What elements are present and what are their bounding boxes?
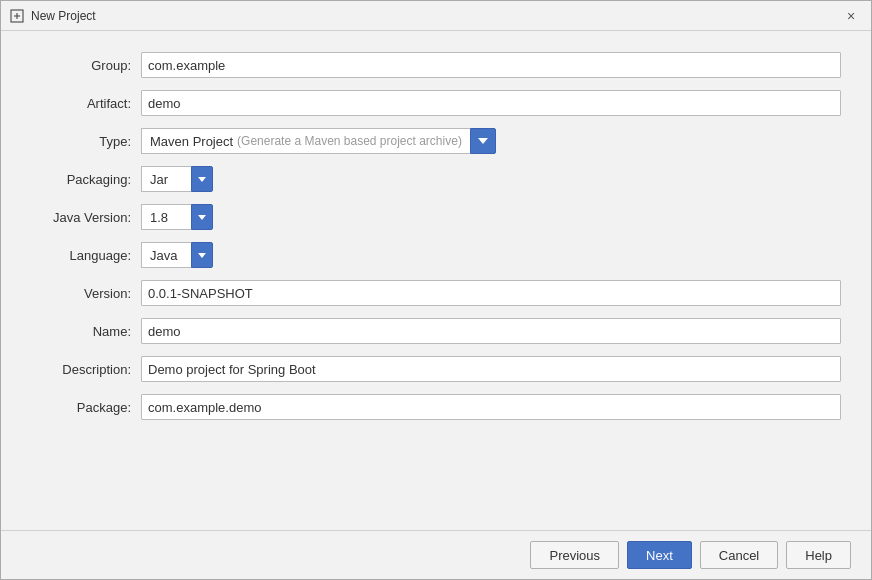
- package-control: [141, 394, 841, 420]
- version-row: Version:: [31, 279, 841, 307]
- dialog-footer: Previous Next Cancel Help: [1, 530, 871, 579]
- close-button[interactable]: ×: [839, 4, 863, 28]
- version-control: [141, 280, 841, 306]
- name-row: Name:: [31, 317, 841, 345]
- language-control: Java: [141, 242, 841, 268]
- description-input[interactable]: [141, 356, 841, 382]
- group-label: Group:: [31, 58, 141, 73]
- type-row: Type: Maven Project (Generate a Maven ba…: [31, 127, 841, 155]
- description-row: Description:: [31, 355, 841, 383]
- type-label: Type:: [31, 134, 141, 149]
- new-project-dialog: New Project × Group: Artifact: Type: Mav…: [0, 0, 872, 580]
- type-description: (Generate a Maven based project archive): [237, 134, 462, 148]
- version-input[interactable]: [141, 280, 841, 306]
- java-version-select: 1.8: [141, 204, 841, 230]
- language-select: Java: [141, 242, 841, 268]
- group-control: [141, 52, 841, 78]
- type-value: Maven Project: [150, 134, 233, 149]
- next-button[interactable]: Next: [627, 541, 692, 569]
- dialog-icon: [9, 8, 25, 24]
- artifact-label: Artifact:: [31, 96, 141, 111]
- cancel-button[interactable]: Cancel: [700, 541, 778, 569]
- packaging-row: Packaging: Jar: [31, 165, 841, 193]
- dialog-body: Group: Artifact: Type: Maven Project (Ge…: [1, 31, 871, 530]
- package-row: Package:: [31, 393, 841, 421]
- svg-marker-3: [478, 138, 488, 144]
- svg-marker-4: [198, 177, 206, 182]
- artifact-row: Artifact:: [31, 89, 841, 117]
- packaging-select: Jar: [141, 166, 841, 192]
- packaging-label: Packaging:: [31, 172, 141, 187]
- java-version-control: 1.8: [141, 204, 841, 230]
- version-label: Version:: [31, 286, 141, 301]
- package-label: Package:: [31, 400, 141, 415]
- language-dropdown-button[interactable]: [191, 242, 213, 268]
- packaging-value: Jar: [141, 166, 191, 192]
- type-select-display: Maven Project (Generate a Maven based pr…: [141, 128, 470, 154]
- artifact-input[interactable]: [141, 90, 841, 116]
- packaging-control: Jar: [141, 166, 841, 192]
- group-row: Group:: [31, 51, 841, 79]
- name-label: Name:: [31, 324, 141, 339]
- description-control: [141, 356, 841, 382]
- language-label: Language:: [31, 248, 141, 263]
- java-version-row: Java Version: 1.8: [31, 203, 841, 231]
- svg-marker-5: [198, 215, 206, 220]
- dialog-title: New Project: [31, 9, 839, 23]
- svg-marker-6: [198, 253, 206, 258]
- type-dropdown-button[interactable]: [470, 128, 496, 154]
- help-button[interactable]: Help: [786, 541, 851, 569]
- name-input[interactable]: [141, 318, 841, 344]
- name-control: [141, 318, 841, 344]
- package-input[interactable]: [141, 394, 841, 420]
- previous-button[interactable]: Previous: [530, 541, 619, 569]
- java-version-value: 1.8: [141, 204, 191, 230]
- packaging-dropdown-button[interactable]: [191, 166, 213, 192]
- type-control: Maven Project (Generate a Maven based pr…: [141, 128, 841, 154]
- java-version-dropdown-button[interactable]: [191, 204, 213, 230]
- language-value: Java: [141, 242, 191, 268]
- java-version-label: Java Version:: [31, 210, 141, 225]
- artifact-control: [141, 90, 841, 116]
- description-label: Description:: [31, 362, 141, 377]
- group-input[interactable]: [141, 52, 841, 78]
- title-bar: New Project ×: [1, 1, 871, 31]
- language-row: Language: Java: [31, 241, 841, 269]
